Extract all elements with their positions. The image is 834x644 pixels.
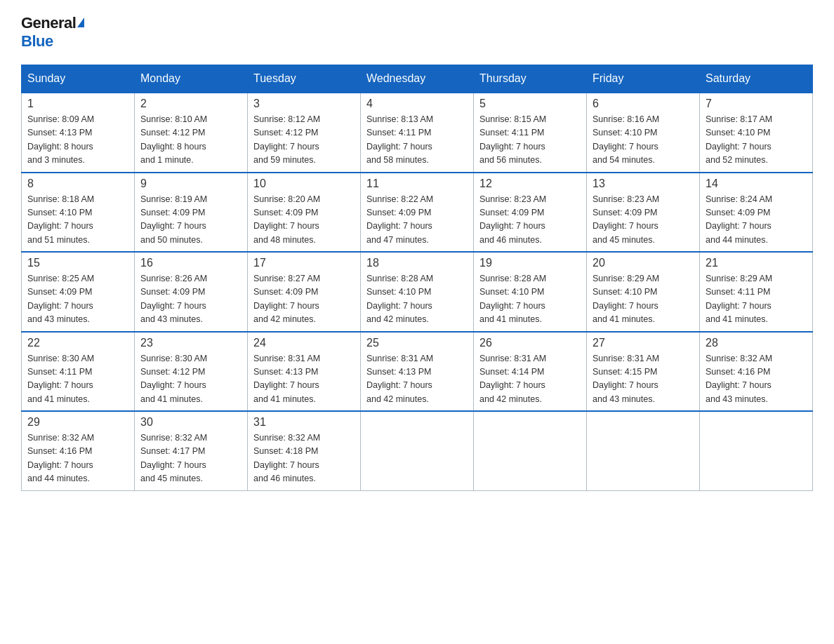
calendar-week-2: 8Sunrise: 8:18 AMSunset: 4:10 PMDaylight… (22, 173, 813, 253)
calendar-cell: 23Sunrise: 8:30 AMSunset: 4:12 PMDayligh… (135, 332, 248, 412)
day-number: 5 (479, 98, 581, 110)
day-number: 11 (366, 177, 468, 190)
day-info: Sunrise: 8:30 AMSunset: 4:11 PMDaylight:… (27, 352, 128, 407)
col-header-saturday: Saturday (700, 65, 813, 93)
day-number: 9 (140, 177, 241, 190)
day-number: 17 (253, 257, 355, 269)
day-number: 16 (140, 257, 241, 269)
calendar-week-5: 29Sunrise: 8:32 AMSunset: 4:16 PMDayligh… (22, 411, 813, 490)
day-number: 10 (253, 177, 355, 190)
day-info: Sunrise: 8:12 AMSunset: 4:12 PMDaylight:… (253, 113, 355, 168)
day-info: Sunrise: 8:19 AMSunset: 4:09 PMDaylight:… (140, 193, 241, 248)
day-info: Sunrise: 8:23 AMSunset: 4:09 PMDaylight:… (593, 193, 694, 248)
day-number: 25 (366, 337, 468, 349)
col-header-monday: Monday (135, 65, 248, 93)
calendar-cell: 20Sunrise: 8:29 AMSunset: 4:10 PMDayligh… (587, 252, 700, 332)
calendar-cell: 16Sunrise: 8:26 AMSunset: 4:09 PMDayligh… (135, 252, 248, 332)
day-info: Sunrise: 8:27 AMSunset: 4:09 PMDaylight:… (253, 272, 355, 327)
calendar-week-4: 22Sunrise: 8:30 AMSunset: 4:11 PMDayligh… (22, 332, 813, 412)
day-number: 4 (366, 98, 468, 110)
day-number: 24 (253, 337, 355, 349)
day-info: Sunrise: 8:09 AMSunset: 4:13 PMDaylight:… (27, 113, 128, 168)
calendar-table: SundayMondayTuesdayWednesdayThursdayFrid… (21, 65, 813, 491)
calendar-cell: 6Sunrise: 8:16 AMSunset: 4:10 PMDaylight… (587, 93, 700, 173)
calendar-cell: 29Sunrise: 8:32 AMSunset: 4:16 PMDayligh… (22, 411, 135, 490)
day-number: 29 (27, 416, 128, 429)
day-info: Sunrise: 8:29 AMSunset: 4:11 PMDaylight:… (706, 272, 807, 327)
day-info: Sunrise: 8:16 AMSunset: 4:10 PMDaylight:… (593, 113, 694, 168)
day-info: Sunrise: 8:17 AMSunset: 4:10 PMDaylight:… (706, 113, 807, 168)
day-info: Sunrise: 8:26 AMSunset: 4:09 PMDaylight:… (140, 272, 241, 327)
calendar-cell: 31Sunrise: 8:32 AMSunset: 4:18 PMDayligh… (248, 411, 361, 490)
calendar-cell: 9Sunrise: 8:19 AMSunset: 4:09 PMDaylight… (135, 173, 248, 253)
day-info: Sunrise: 8:31 AMSunset: 4:13 PMDaylight:… (366, 352, 468, 407)
day-info: Sunrise: 8:32 AMSunset: 4:18 PMDaylight:… (253, 431, 355, 486)
col-header-friday: Friday (587, 65, 700, 93)
day-info: Sunrise: 8:10 AMSunset: 4:12 PMDaylight:… (140, 113, 241, 168)
calendar-cell: 12Sunrise: 8:23 AMSunset: 4:09 PMDayligh… (474, 173, 587, 253)
logo: General Blue (21, 14, 84, 51)
calendar-cell: 4Sunrise: 8:13 AMSunset: 4:11 PMDaylight… (361, 93, 474, 173)
day-number: 21 (706, 257, 807, 269)
day-number: 2 (140, 98, 241, 110)
day-info: Sunrise: 8:28 AMSunset: 4:10 PMDaylight:… (479, 272, 581, 327)
day-number: 14 (706, 177, 807, 190)
logo-general-text: General (21, 14, 76, 32)
day-number: 3 (253, 98, 355, 110)
day-number: 7 (706, 98, 807, 110)
day-info: Sunrise: 8:15 AMSunset: 4:11 PMDaylight:… (479, 113, 581, 168)
day-number: 12 (479, 177, 581, 190)
calendar-cell: 21Sunrise: 8:29 AMSunset: 4:11 PMDayligh… (700, 252, 813, 332)
calendar-cell: 27Sunrise: 8:31 AMSunset: 4:15 PMDayligh… (587, 332, 700, 412)
col-header-sunday: Sunday (22, 65, 135, 93)
day-number: 15 (27, 257, 128, 269)
calendar-cell: 1Sunrise: 8:09 AMSunset: 4:13 PMDaylight… (22, 93, 135, 173)
calendar-cell: 17Sunrise: 8:27 AMSunset: 4:09 PMDayligh… (248, 252, 361, 332)
calendar-cell: 7Sunrise: 8:17 AMSunset: 4:10 PMDaylight… (700, 93, 813, 173)
day-info: Sunrise: 8:24 AMSunset: 4:09 PMDaylight:… (706, 193, 807, 248)
calendar-cell: 10Sunrise: 8:20 AMSunset: 4:09 PMDayligh… (248, 173, 361, 253)
calendar-cell: 11Sunrise: 8:22 AMSunset: 4:09 PMDayligh… (361, 173, 474, 253)
day-number: 1 (27, 98, 128, 110)
day-number: 23 (140, 337, 241, 349)
calendar-cell: 5Sunrise: 8:15 AMSunset: 4:11 PMDaylight… (474, 93, 587, 173)
day-info: Sunrise: 8:20 AMSunset: 4:09 PMDaylight:… (253, 193, 355, 248)
day-number: 20 (593, 257, 694, 269)
day-info: Sunrise: 8:22 AMSunset: 4:09 PMDaylight:… (366, 193, 468, 248)
day-number: 13 (593, 177, 694, 190)
calendar-cell: 22Sunrise: 8:30 AMSunset: 4:11 PMDayligh… (22, 332, 135, 412)
col-header-thursday: Thursday (474, 65, 587, 93)
day-info: Sunrise: 8:29 AMSunset: 4:10 PMDaylight:… (593, 272, 694, 327)
day-info: Sunrise: 8:31 AMSunset: 4:15 PMDaylight:… (593, 352, 694, 407)
calendar-cell: 25Sunrise: 8:31 AMSunset: 4:13 PMDayligh… (361, 332, 474, 412)
day-number: 27 (593, 337, 694, 349)
day-info: Sunrise: 8:31 AMSunset: 4:13 PMDaylight:… (253, 352, 355, 407)
calendar-cell: 18Sunrise: 8:28 AMSunset: 4:10 PMDayligh… (361, 252, 474, 332)
day-info: Sunrise: 8:30 AMSunset: 4:12 PMDaylight:… (140, 352, 241, 407)
day-info: Sunrise: 8:32 AMSunset: 4:16 PMDaylight:… (706, 352, 807, 407)
calendar-cell: 30Sunrise: 8:32 AMSunset: 4:17 PMDayligh… (135, 411, 248, 490)
day-number: 30 (140, 416, 241, 429)
day-info: Sunrise: 8:18 AMSunset: 4:10 PMDaylight:… (27, 193, 128, 248)
calendar-cell: 15Sunrise: 8:25 AMSunset: 4:09 PMDayligh… (22, 252, 135, 332)
calendar-week-1: 1Sunrise: 8:09 AMSunset: 4:13 PMDaylight… (22, 93, 813, 173)
day-info: Sunrise: 8:23 AMSunset: 4:09 PMDaylight:… (479, 193, 581, 248)
page-header: General Blue (21, 14, 813, 51)
logo-triangle-icon (77, 18, 84, 27)
calendar-cell: 3Sunrise: 8:12 AMSunset: 4:12 PMDaylight… (248, 93, 361, 173)
col-header-wednesday: Wednesday (361, 65, 474, 93)
day-number: 6 (593, 98, 694, 110)
day-number: 19 (479, 257, 581, 269)
calendar-cell: 8Sunrise: 8:18 AMSunset: 4:10 PMDaylight… (22, 173, 135, 253)
day-info: Sunrise: 8:31 AMSunset: 4:14 PMDaylight:… (479, 352, 581, 407)
day-info: Sunrise: 8:32 AMSunset: 4:17 PMDaylight:… (140, 431, 241, 486)
calendar-cell: 24Sunrise: 8:31 AMSunset: 4:13 PMDayligh… (248, 332, 361, 412)
calendar-cell (700, 411, 813, 490)
day-info: Sunrise: 8:13 AMSunset: 4:11 PMDaylight:… (366, 113, 468, 168)
calendar-cell: 13Sunrise: 8:23 AMSunset: 4:09 PMDayligh… (587, 173, 700, 253)
day-number: 28 (706, 337, 807, 349)
col-header-tuesday: Tuesday (248, 65, 361, 93)
calendar-week-3: 15Sunrise: 8:25 AMSunset: 4:09 PMDayligh… (22, 252, 813, 332)
calendar-cell (587, 411, 700, 490)
calendar-cell: 2Sunrise: 8:10 AMSunset: 4:12 PMDaylight… (135, 93, 248, 173)
